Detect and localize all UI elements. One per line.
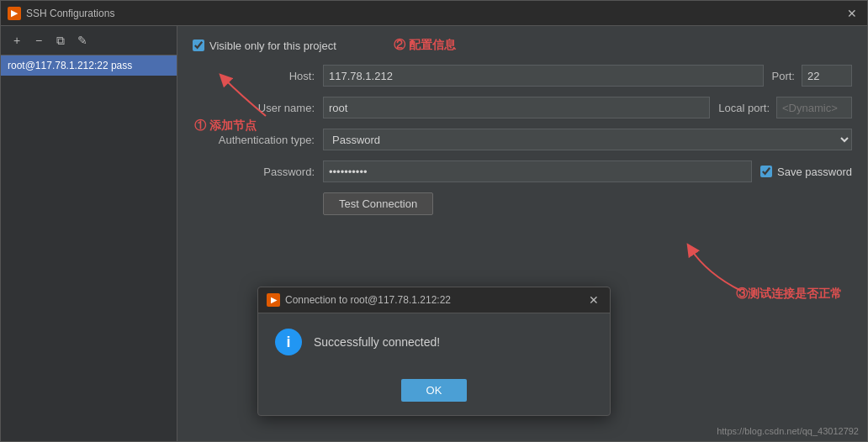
port-group: Port:: [772, 65, 852, 87]
info-icon: i: [275, 329, 302, 355]
sidebar-item-label: root@117.78.1.212:22 pass: [8, 60, 132, 71]
username-row: User name: Local port:: [193, 97, 852, 118]
minus-button[interactable]: −: [29, 31, 48, 50]
sidebar-item[interactable]: root@117.78.1.212:22 pass: [1, 55, 177, 76]
dialog-footer: OK: [258, 371, 610, 415]
visible-row: Visible only for this project ② 配置信息: [193, 38, 852, 53]
host-label: Host:: [193, 70, 315, 82]
visible-checkbox-label[interactable]: Visible only for this project: [193, 39, 336, 52]
dialog-title-icon: ▶: [267, 293, 280, 307]
save-password-group: Save password: [760, 166, 852, 178]
dialog-title-bar: ▶ Connection to root@117.78.1.212:22 ✕: [258, 287, 610, 313]
edit-button[interactable]: ✎: [73, 31, 92, 50]
test-connection-row: Test Connection: [193, 192, 852, 215]
close-button[interactable]: ✕: [844, 5, 860, 22]
password-row: Password: Save password: [193, 160, 852, 182]
annotation-1: ① 添加节点: [194, 118, 257, 134]
annotation-2: ② 配置信息: [394, 38, 456, 53]
copy-button[interactable]: ⧉: [51, 31, 70, 50]
dialog-title-text: Connection to root@117.78.1.212:22: [285, 294, 586, 306]
add-button[interactable]: +: [8, 31, 26, 50]
save-password-checkbox[interactable]: [760, 166, 772, 177]
password-label: Password:: [193, 166, 315, 178]
visible-checkbox[interactable]: [193, 39, 204, 51]
title-bar-icon: ▶: [8, 7, 21, 20]
dialog-body: i Successfully connected!: [258, 313, 610, 371]
local-port-input[interactable]: [776, 97, 852, 118]
sidebar-toolbar: + − ⧉ ✎: [1, 26, 177, 55]
visible-checkbox-text: Visible only for this project: [209, 39, 336, 52]
dialog-message: Successfully connected!: [314, 335, 440, 349]
local-port-group: Local port:: [718, 97, 852, 118]
password-input[interactable]: [323, 160, 752, 182]
main-window: ▶ SSH Configurations ✕ + − ⧉ ✎ root@117.…: [0, 0, 868, 442]
auth-row: Authentication type: Password Key pair O…: [193, 129, 852, 150]
dialog: ▶ Connection to root@117.78.1.212:22 ✕ i…: [257, 287, 611, 416]
username-label: User name:: [193, 102, 315, 114]
username-input[interactable]: [323, 97, 710, 118]
auth-label: Authentication type:: [193, 134, 315, 146]
host-input[interactable]: [323, 65, 764, 87]
local-port-label: Local port:: [718, 102, 770, 114]
save-password-label[interactable]: Save password: [777, 166, 852, 178]
host-row: Host: Port:: [193, 65, 852, 87]
title-bar: ▶ SSH Configurations ✕: [1, 1, 867, 26]
annotation-3: ③测试连接是否正常: [736, 287, 842, 302]
watermark: https://blog.csdn.net/qq_43012792: [717, 426, 859, 436]
dialog-close-button[interactable]: ✕: [586, 292, 601, 308]
sidebar: + − ⧉ ✎ root@117.78.1.212:22 pass: [1, 26, 177, 441]
auth-type-select[interactable]: Password Key pair OpenSSH config and aut…: [323, 129, 852, 150]
ok-button[interactable]: OK: [401, 379, 468, 402]
port-input[interactable]: [802, 65, 852, 87]
title-bar-text: SSH Configurations: [26, 8, 844, 19]
port-label: Port:: [772, 70, 795, 82]
test-connection-button[interactable]: Test Connection: [323, 192, 433, 215]
